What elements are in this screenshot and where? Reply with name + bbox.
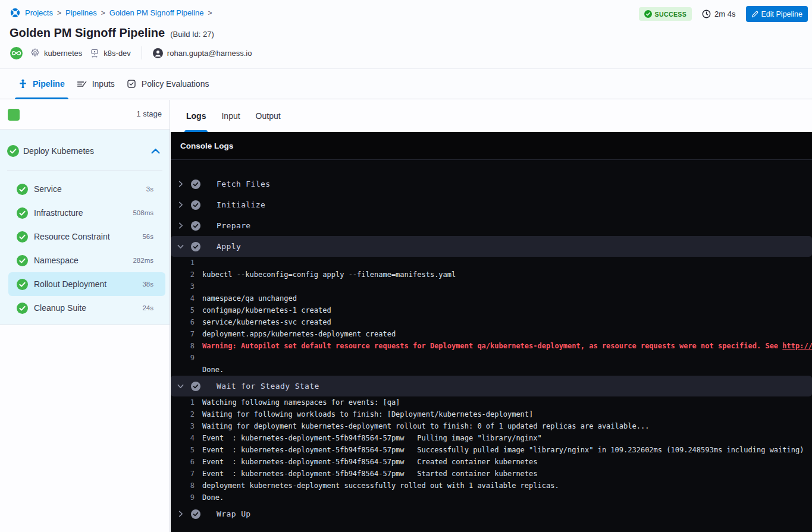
step-row[interactable]: Service3s	[8, 177, 165, 201]
steps-list: Service3sInfrastructure508msResource Con…	[0, 171, 170, 325]
section-success-icon	[191, 221, 200, 231]
stage-count: 1 stage	[136, 109, 162, 118]
section-title: Wrap Up	[217, 509, 251, 518]
panel-tabs: Logs Input Output	[171, 100, 812, 132]
user-meta: rohan.gupta@harness.io	[153, 48, 252, 58]
log-line: 1	[171, 257, 812, 269]
log-line: 6Event : kubernetes-deployment-5fb94f856…	[171, 456, 812, 468]
section-success-icon	[191, 242, 200, 251]
step-row[interactable]: Infrastructure508ms	[8, 201, 165, 225]
stage-row[interactable]: Deploy Kubernetes	[0, 130, 170, 171]
step-duration: 282ms	[133, 257, 153, 264]
step-label: Resource Constraint	[34, 232, 136, 241]
step-label: Cleanup Suite	[34, 303, 136, 313]
service-meta[interactable]: kubernetes	[30, 48, 82, 58]
log-section-header[interactable]: Fetch Files	[171, 174, 812, 194]
gear-icon	[30, 48, 40, 58]
log-line: 6service/kubernetes-svc created	[171, 316, 812, 328]
tab-inputs[interactable]: Inputs	[77, 69, 115, 99]
pipeline-icon	[18, 79, 27, 89]
inputs-icon	[77, 80, 87, 89]
log-link[interactable]: http://g	[782, 342, 812, 350]
duration: 2m 4s	[702, 10, 735, 18]
divider	[142, 46, 142, 59]
breadcrumb-separator: >	[101, 9, 105, 17]
step-row[interactable]: Resource Constraint56s	[8, 225, 165, 248]
log-line: 4Event : kubernetes-deployment-5fb94f856…	[171, 432, 812, 444]
section-success-icon	[191, 509, 200, 519]
log-section-header[interactable]: Apply	[171, 236, 812, 257]
edit-pipeline-button[interactable]: Edit Pipeline	[746, 6, 808, 22]
page-title: Golden PM Signoff Pipeline	[10, 26, 165, 40]
section-title: Apply	[217, 242, 241, 251]
stage-panel: Deploy Kubernetes Service3sInfrastructur…	[0, 130, 170, 325]
breadcrumb-separator: >	[208, 9, 212, 17]
step-row[interactable]: Namespace282ms	[8, 248, 165, 272]
log-line: 5Event : kubernetes-deployment-5fb94f856…	[171, 444, 812, 456]
user-icon	[153, 48, 163, 58]
chevron-right-icon[interactable]	[177, 202, 189, 208]
chevron-down-icon[interactable]	[177, 383, 189, 389]
step-success-icon	[17, 184, 28, 195]
stage-summary: 1 stage	[0, 100, 170, 130]
log-line: 4namespace/qa unchanged	[171, 292, 812, 304]
log-line: 7deployment.apps/kubernetes-deployment c…	[171, 328, 812, 340]
log-line: 9	[171, 352, 812, 364]
chevron-right-icon[interactable]	[177, 222, 189, 229]
chevron-down-icon[interactable]	[177, 243, 189, 250]
tab-logs[interactable]: Logs	[186, 100, 206, 132]
breadcrumb-projects[interactable]: Projects	[25, 8, 53, 17]
step-duration: 38s	[142, 281, 153, 288]
log-line: 7Event : kubernetes-deployment-5fb94f856…	[171, 468, 812, 480]
tab-policy-evaluations[interactable]: Policy Evaluations	[127, 69, 209, 99]
log-line: 3	[171, 281, 812, 292]
log-line: 2kubectl --kubeconfig=config apply --fil…	[171, 269, 812, 281]
build-id: (Build Id: 27)	[170, 30, 214, 39]
log-line: 8deployment kubernetes-deployment succes…	[171, 480, 812, 492]
log-line: 2Waiting for following workloads to fini…	[171, 408, 812, 420]
step-label: Infrastructure	[34, 208, 127, 218]
harness-project-icon	[10, 7, 21, 18]
step-row[interactable]: Rollout Deployment38s	[8, 272, 165, 296]
section-title: Fetch Files	[217, 180, 271, 188]
breadcrumb-separator: >	[57, 9, 61, 17]
log-section-header[interactable]: Wait for Steady State	[171, 376, 812, 396]
step-success-icon	[17, 231, 28, 243]
tab-pipeline[interactable]: Pipeline	[18, 69, 65, 99]
log-block: 1Watching following namespaces for event…	[171, 396, 812, 503]
log-section-header[interactable]: Prepare	[171, 215, 812, 236]
clock-icon	[702, 10, 711, 18]
step-success-icon	[17, 279, 28, 290]
execution-sidebar: 1 stage Deploy Kubernetes Service3sInfra…	[0, 100, 170, 532]
section-success-icon	[191, 200, 200, 210]
user-email: rohan.gupta@harness.io	[167, 49, 252, 58]
cd-module-icon	[10, 47, 23, 59]
tab-input[interactable]: Input	[221, 100, 240, 132]
log-line: 8Warning: Autopilot set default resource…	[171, 340, 812, 352]
log-block: 12kubectl --kubeconfig=config apply --fi…	[171, 257, 812, 376]
environment-meta[interactable]: k8s-dev	[90, 49, 131, 58]
stage-status-square[interactable]	[8, 109, 20, 121]
stage-name: Deploy Kubernetes	[23, 146, 147, 156]
step-duration: 24s	[142, 304, 153, 311]
section-title: Wait for Steady State	[217, 382, 319, 391]
step-success-icon	[17, 207, 28, 219]
breadcrumb-pipelines[interactable]: Pipelines	[65, 8, 97, 17]
tab-output[interactable]: Output	[256, 100, 281, 132]
console-logs-title: Console Logs	[171, 132, 812, 160]
step-row[interactable]: Cleanup Suite24s	[8, 296, 165, 320]
log-line: Done.	[171, 364, 812, 376]
breadcrumb-pipeline-name[interactable]: Golden PM Signoff Pipeline	[109, 8, 204, 17]
policy-icon	[127, 79, 136, 89]
chevron-right-icon[interactable]	[177, 511, 189, 517]
breadcrumb: Projects > Pipelines > Golden PM Signoff…	[10, 7, 212, 18]
section-title: Prepare	[217, 221, 251, 230]
log-line: 5configmap/kubernetes-1 created	[171, 304, 812, 316]
pencil-icon	[751, 11, 758, 18]
chevron-right-icon[interactable]	[177, 181, 189, 187]
log-section-header[interactable]: Wrap Up	[171, 503, 812, 524]
step-success-icon	[17, 255, 28, 266]
log-line: 3Waiting for deployment kubernetes-deplo…	[171, 420, 812, 432]
service-name: kubernetes	[44, 49, 82, 58]
log-section-header[interactable]: Initialize	[171, 194, 812, 215]
